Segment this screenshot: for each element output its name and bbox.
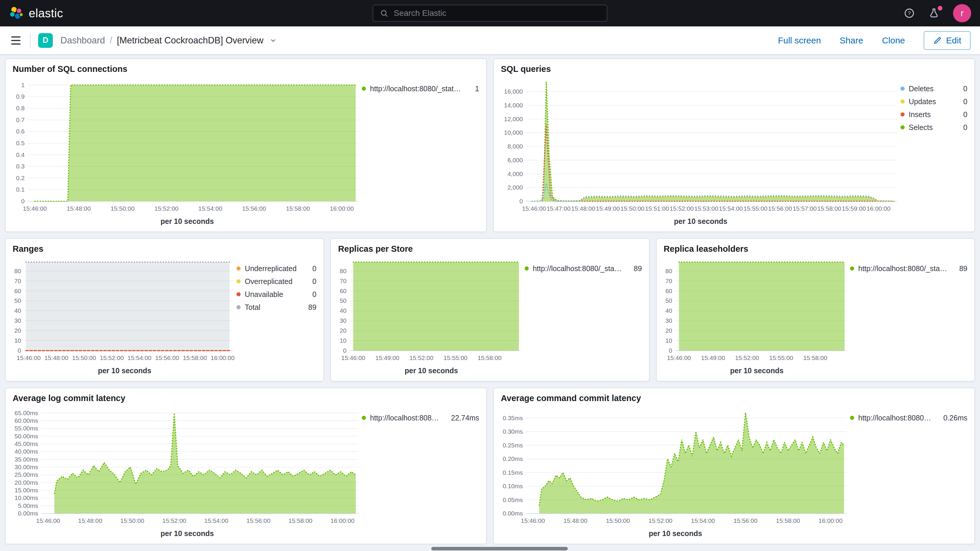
- svg-text:?: ?: [908, 10, 911, 16]
- elastic-home-link[interactable]: elastic: [9, 6, 63, 21]
- svg-text:15:56:00: 15:56:00: [242, 205, 266, 212]
- space-badge[interactable]: D: [38, 33, 53, 48]
- legend-item[interactable]: Unavailable0: [237, 288, 316, 301]
- svg-text:0.1: 0.1: [16, 186, 25, 193]
- legend-item[interactable]: http://localhost:8080/_sta…89: [525, 262, 642, 275]
- legend-item[interactable]: Underreplicated0: [237, 262, 316, 275]
- svg-text:0.2: 0.2: [16, 175, 25, 181]
- x-axis-label: per 10 seconds: [501, 214, 900, 226]
- legend-item[interactable]: Total89: [237, 301, 316, 314]
- svg-text:0.6: 0.6: [16, 128, 25, 135]
- sql-connections-legend[interactable]: http://localhost:8080/_stat…1: [362, 75, 479, 226]
- replica-leaseholders-chart[interactable]: 0102030405060708015:46:0015:49:0015:52:0…: [664, 255, 850, 363]
- svg-text:60.00ms: 60.00ms: [14, 417, 38, 424]
- svg-text:0.00ms: 0.00ms: [503, 510, 523, 517]
- legend-series-value: 0: [958, 84, 967, 93]
- svg-text:15:48:00: 15:48:00: [571, 205, 595, 212]
- legend-series-value: 0: [307, 264, 316, 273]
- chart-area: 02,0004,0006,0008,00010,00012,00014,0001…: [501, 75, 900, 226]
- replica-leaseholders-legend[interactable]: http://localhost:8080/_sta…89: [850, 255, 967, 376]
- svg-text:0: 0: [669, 347, 672, 354]
- sql-queries-chart[interactable]: 02,0004,0006,0008,00010,00012,00014,0001…: [501, 75, 900, 214]
- panel-sql-queries: SQL queries 02,0004,0006,0008,00010,0001…: [493, 58, 975, 232]
- header-right-controls: ? r: [904, 4, 971, 22]
- panel-body: 0102030405060708015:46:0015:48:0015:50:0…: [13, 255, 316, 376]
- svg-text:4,000: 4,000: [508, 170, 523, 177]
- elastic-logo-icon: [9, 6, 24, 21]
- svg-text:15:56:00: 15:56:00: [733, 517, 757, 524]
- user-avatar[interactable]: r: [953, 4, 971, 22]
- global-search[interactable]: [372, 5, 608, 22]
- replicas-per-store-legend[interactable]: http://localhost:8080/_sta…89: [525, 255, 642, 376]
- svg-text:50: 50: [665, 297, 672, 304]
- legend-series-dot: [362, 416, 366, 420]
- panel-body: 0.00ms5.00ms10.00ms15.00ms20.00ms25.00ms…: [13, 404, 479, 538]
- svg-text:16:00:00: 16:00:00: [330, 205, 354, 212]
- svg-text:0.3: 0.3: [16, 163, 25, 170]
- svg-text:15:58:00: 15:58:00: [478, 354, 502, 361]
- legend-item[interactable]: http://localhost:8080…0.26ms: [850, 411, 967, 424]
- svg-text:15:58:00: 15:58:00: [183, 354, 207, 361]
- help-button[interactable]: ?: [904, 8, 915, 19]
- horizontal-scrollbar-thumb[interactable]: [431, 547, 568, 550]
- x-axis-label: per 10 seconds: [13, 363, 237, 376]
- legend-item[interactable]: Overreplicated0: [237, 275, 316, 288]
- svg-text:15:52:00: 15:52:00: [410, 354, 434, 361]
- svg-text:0.35ms: 0.35ms: [503, 414, 523, 421]
- legend-series-dot: [900, 99, 905, 104]
- chart-area: 00.10.20.30.40.50.60.70.80.9115:46:0015:…: [13, 75, 362, 226]
- legend-series-label: Underreplicated: [245, 264, 297, 273]
- svg-text:15:46:00: 15:46:00: [17, 354, 41, 361]
- help-icon: ?: [904, 8, 915, 19]
- toolbar-actions: Full screen Share Clone Edit: [778, 31, 970, 50]
- sql-queries-legend[interactable]: Deletes0Updates0Inserts0Selects0: [900, 75, 967, 226]
- legend-series-label: Updates: [909, 97, 936, 106]
- legend-item[interactable]: Updates0: [900, 95, 967, 108]
- svg-text:15:56:00: 15:56:00: [155, 354, 179, 361]
- svg-text:15:58:00: 15:58:00: [286, 205, 310, 212]
- breadcrumb-separator: /: [110, 35, 112, 46]
- legend-item[interactable]: Deletes0: [900, 82, 967, 95]
- command-commit-latency-chart[interactable]: 0.00ms0.05ms0.10ms0.15ms0.20ms0.25ms0.30…: [501, 404, 850, 526]
- pencil-icon: [933, 36, 942, 45]
- svg-text:14,000: 14,000: [504, 102, 523, 108]
- clone-button[interactable]: Clone: [882, 35, 905, 46]
- ranges-legend[interactable]: Underreplicated0Overreplicated0Unavailab…: [237, 255, 316, 376]
- menu-hamburger-icon[interactable]: [10, 35, 22, 46]
- full-screen-button[interactable]: Full screen: [778, 35, 821, 46]
- legend-item[interactable]: http://localhost:8080/_sta…89: [850, 262, 967, 275]
- svg-text:15:59:00: 15:59:00: [842, 205, 866, 212]
- legend-item[interactable]: http://localhost:8080/_stat…1: [362, 82, 479, 95]
- legend-item[interactable]: Selects0: [900, 121, 967, 134]
- svg-text:0.20ms: 0.20ms: [503, 455, 523, 462]
- replicas-per-store-chart[interactable]: 0102030405060708015:46:0015:49:0015:52:0…: [338, 255, 524, 363]
- legend-series-label: http://localhost:8080/_sta…: [858, 264, 947, 273]
- svg-text:15:46:00: 15:46:00: [341, 354, 365, 361]
- sql-connections-chart[interactable]: 00.10.20.30.40.50.60.70.80.9115:46:0015:…: [13, 75, 362, 214]
- legend-item[interactable]: Inserts0: [900, 108, 967, 121]
- svg-text:15:50:00: 15:50:00: [111, 205, 135, 212]
- svg-text:16,000: 16,000: [504, 88, 523, 95]
- legend-item[interactable]: http://localhost:808…22.74ms: [362, 411, 479, 424]
- breadcrumb-dashboard[interactable]: Dashboard: [60, 35, 105, 46]
- chart-area: 0102030405060708015:46:0015:49:0015:52:0…: [664, 255, 850, 376]
- ranges-chart[interactable]: 0102030405060708015:46:0015:48:0015:50:0…: [13, 255, 237, 363]
- panel-title: Replicas per Store: [338, 244, 642, 254]
- log-commit-latency-chart[interactable]: 0.00ms5.00ms10.00ms15.00ms20.00ms25.00ms…: [13, 404, 362, 526]
- svg-text:6,000: 6,000: [508, 157, 523, 163]
- svg-text:15:58:00: 15:58:00: [776, 517, 800, 524]
- edit-button[interactable]: Edit: [924, 31, 970, 50]
- panel-body: 0102030405060708015:46:0015:49:0015:52:0…: [664, 255, 967, 376]
- command-commit-latency-legend[interactable]: http://localhost:8080…0.26ms: [850, 404, 967, 538]
- svg-text:65.00ms: 65.00ms: [14, 409, 38, 416]
- x-axis-label: per 10 seconds: [13, 526, 362, 538]
- svg-text:15:54:00: 15:54:00: [719, 205, 743, 212]
- share-button[interactable]: Share: [840, 35, 863, 46]
- news-button[interactable]: [928, 8, 940, 19]
- svg-text:12,000: 12,000: [504, 116, 523, 123]
- svg-text:15:50:00: 15:50:00: [72, 354, 96, 361]
- chevron-down-icon[interactable]: [269, 37, 277, 44]
- log-commit-latency-legend[interactable]: http://localhost:808…22.74ms: [362, 404, 479, 538]
- search-input[interactable]: [394, 8, 600, 18]
- svg-text:60: 60: [340, 288, 347, 294]
